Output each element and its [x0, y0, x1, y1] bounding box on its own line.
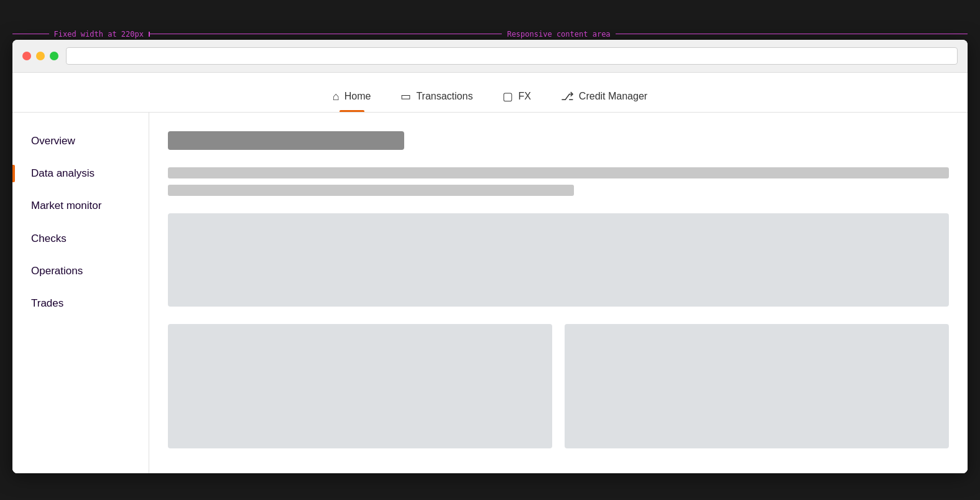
sidebar-item-data-analysis-label: Data analysis [31, 167, 95, 179]
nav-bar: ⌂ Home ▭ Transactions ▢ FX ⎇ Credit Mana… [12, 73, 968, 113]
nav-item-home[interactable]: ⌂ Home [318, 91, 386, 112]
maximize-button[interactable] [50, 52, 58, 60]
annotation-left-line [12, 34, 49, 34]
annotation-right-line-left [150, 34, 502, 34]
sidebar-item-data-analysis[interactable]: Data analysis [12, 157, 149, 190]
annotation-left-label: Fixed width at 220px [49, 30, 149, 39]
fx-icon: ▢ [502, 91, 513, 102]
url-bar[interactable] [66, 47, 958, 65]
sidebar-item-trades[interactable]: Trades [12, 287, 149, 320]
sidebar-item-market-monitor[interactable]: Market monitor [12, 190, 149, 222]
sidebar-item-overview-label: Overview [31, 135, 75, 147]
browser-chrome [12, 40, 968, 73]
traffic-lights [22, 52, 58, 60]
sidebar-item-trades-label: Trades [31, 297, 63, 309]
nav-label-credit-manager: Credit Manager [579, 91, 647, 102]
transactions-icon: ▭ [400, 91, 411, 102]
skeleton-block-right [565, 324, 949, 448]
sidebar-item-checks[interactable]: Checks [12, 223, 149, 255]
nav-label-fx: FX [518, 91, 530, 102]
nav-label-transactions: Transactions [416, 91, 473, 102]
sidebar-item-checks-label: Checks [31, 233, 67, 244]
annotation-right-label: Responsive content area [502, 30, 615, 39]
nav-items: ⌂ Home ▭ Transactions ▢ FX ⎇ Credit Mana… [318, 91, 662, 112]
sidebar: Overview Data analysis Market monitor Ch… [12, 113, 149, 473]
sidebar-item-overview[interactable]: Overview [12, 125, 149, 157]
minimize-button[interactable] [36, 52, 45, 60]
skeleton-block-main [168, 213, 949, 307]
home-icon: ⌂ [333, 91, 340, 102]
nav-item-credit-manager[interactable]: ⎇ Credit Manager [546, 91, 662, 112]
nav-label-home: Home [344, 91, 371, 102]
skeleton-blocks-row [168, 324, 949, 448]
close-button[interactable] [22, 52, 31, 60]
sidebar-item-operations[interactable]: Operations [12, 255, 149, 287]
skeleton-line-1 [168, 167, 949, 178]
nav-item-fx[interactable]: ▢ FX [488, 91, 545, 112]
skeleton-title [168, 131, 404, 150]
content-area [149, 113, 968, 473]
annotation-right-line-right [616, 34, 968, 34]
annotation-bar: Fixed width at 220px Responsive content … [12, 27, 968, 40]
main-layout: Overview Data analysis Market monitor Ch… [12, 113, 968, 473]
skeleton-block-left [168, 324, 552, 448]
browser-window: ⌂ Home ▭ Transactions ▢ FX ⎇ Credit Mana… [12, 40, 968, 473]
nav-item-transactions[interactable]: ▭ Transactions [386, 91, 488, 112]
skeleton-line-2 [168, 185, 574, 196]
sidebar-item-operations-label: Operations [31, 265, 83, 277]
credit-manager-icon: ⎇ [561, 91, 574, 102]
sidebar-item-market-monitor-label: Market monitor [31, 200, 101, 211]
